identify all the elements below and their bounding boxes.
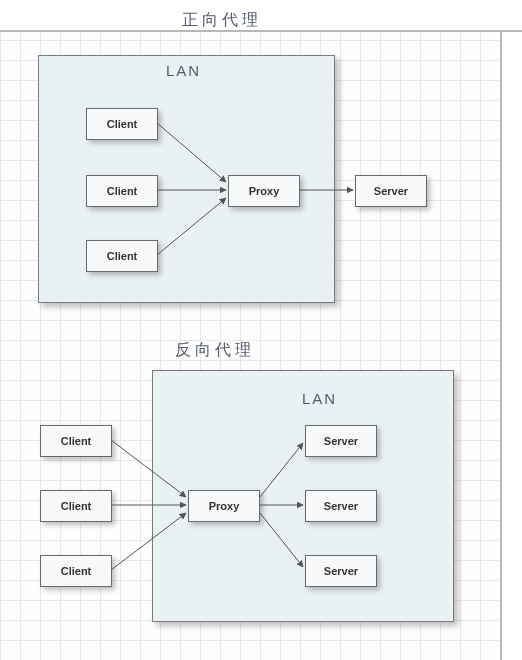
fwd-client-2: Client	[86, 175, 158, 207]
rev-server-2: Server	[305, 490, 377, 522]
forward-proxy-title: 正向代理	[182, 10, 262, 31]
forward-proxy-lan-label: LAN	[166, 62, 201, 79]
diagram-canvas: 正向代理 LAN Client Client Client Proxy Serv…	[0, 0, 522, 660]
rev-proxy: Proxy	[188, 490, 260, 522]
fwd-client-1: Client	[86, 108, 158, 140]
fwd-client-3: Client	[86, 240, 158, 272]
reverse-proxy-title: 反向代理	[175, 340, 255, 361]
reverse-proxy-lan-label: LAN	[302, 390, 337, 407]
rev-client-3: Client	[40, 555, 112, 587]
rev-client-2: Client	[40, 490, 112, 522]
fwd-server: Server	[355, 175, 427, 207]
rev-server-3: Server	[305, 555, 377, 587]
fwd-proxy: Proxy	[228, 175, 300, 207]
rev-client-1: Client	[40, 425, 112, 457]
rev-server-1: Server	[305, 425, 377, 457]
